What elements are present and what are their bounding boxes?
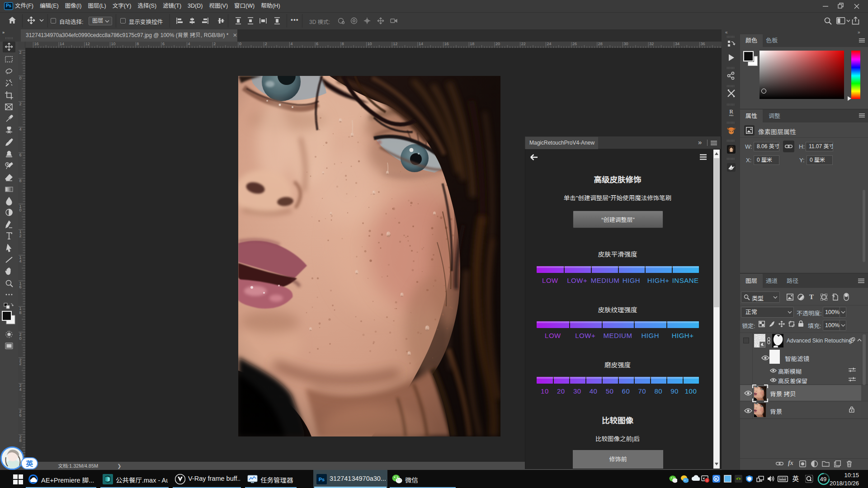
svg-text:2: 2: [19, 234, 22, 238]
svg-text:16: 16: [34, 42, 38, 46]
svg-text:6: 6: [19, 413, 22, 418]
svg-text:26: 26: [572, 42, 577, 46]
svg-text:0: 0: [19, 208, 22, 212]
svg-text:2: 2: [19, 50, 22, 55]
svg-text:20: 20: [495, 42, 500, 46]
svg-text:8: 8: [19, 310, 22, 315]
svg-text:32: 32: [649, 42, 654, 46]
svg-text:英: 英: [792, 475, 799, 483]
svg-text:0: 0: [19, 76, 22, 80]
svg-text:14: 14: [60, 42, 64, 46]
svg-text:Ps: Ps: [319, 477, 325, 482]
svg-text:PRO: PRO: [729, 114, 734, 117]
svg-text:2: 2: [265, 42, 267, 46]
svg-text:6: 6: [19, 153, 22, 157]
svg-text:4: 4: [19, 127, 22, 131]
svg-text:18: 18: [470, 42, 474, 46]
svg-text:K: K: [715, 477, 718, 481]
svg-text:0: 0: [19, 336, 22, 341]
svg-text:24: 24: [547, 42, 551, 46]
svg-text:!: !: [707, 479, 708, 483]
svg-text:英: 英: [26, 460, 33, 468]
svg-text:2: 2: [213, 42, 216, 46]
svg-text:2: 2: [19, 102, 22, 106]
svg-text:R: R: [729, 108, 733, 115]
svg-text:4: 4: [19, 259, 22, 263]
svg-text:6: 6: [316, 42, 318, 46]
svg-text:28: 28: [598, 42, 603, 46]
svg-text:10: 10: [368, 42, 372, 46]
svg-text:8: 8: [137, 42, 139, 46]
svg-text:16: 16: [444, 42, 449, 46]
svg-text:14: 14: [419, 42, 423, 46]
svg-text:2: 2: [19, 361, 22, 366]
svg-text:22: 22: [521, 42, 526, 46]
svg-text:30: 30: [624, 42, 628, 46]
svg-text:8: 8: [19, 178, 22, 183]
svg-text:6: 6: [162, 42, 165, 46]
svg-text:34: 34: [675, 42, 679, 46]
svg-text:10: 10: [111, 42, 116, 46]
svg-text:12: 12: [85, 42, 90, 46]
svg-text:12: 12: [393, 42, 397, 46]
svg-text:8: 8: [342, 42, 344, 46]
svg-text:0: 0: [239, 42, 241, 46]
svg-text:6: 6: [19, 285, 22, 289]
svg-text:36: 36: [701, 42, 705, 46]
svg-text:4: 4: [19, 387, 22, 392]
svg-text:8: 8: [19, 438, 22, 443]
svg-text:4: 4: [188, 42, 190, 46]
svg-text:4: 4: [290, 42, 292, 46]
